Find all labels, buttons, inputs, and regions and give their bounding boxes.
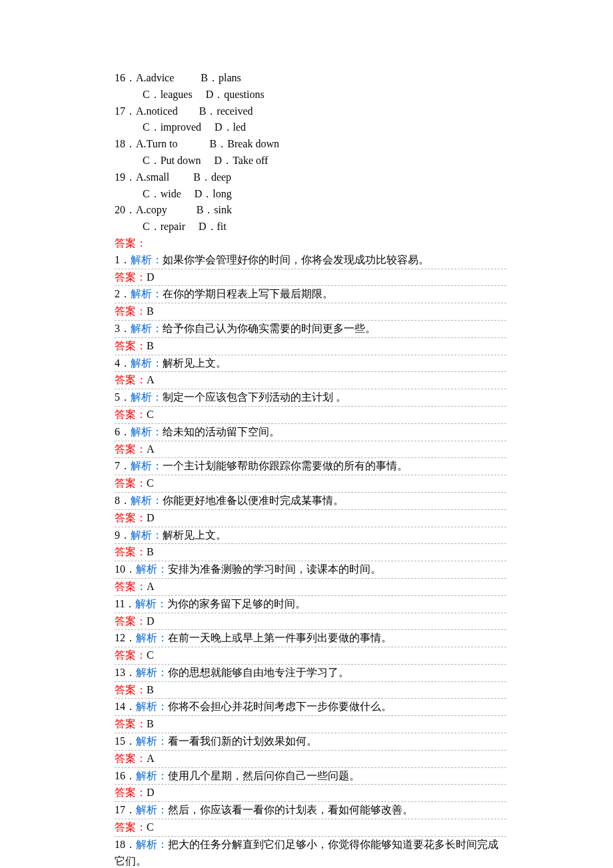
analysis-label: 解析： [131, 391, 163, 403]
question-row: 19．A.smallB．deep [115, 169, 506, 186]
question-row: 18．A.Turn toB．Break down [115, 136, 506, 153]
option-d: D．questions [206, 87, 265, 103]
answer-value: A [147, 753, 155, 764]
analysis-number: 13 [115, 667, 125, 678]
analysis-line: 12．解析：在前一天晚上或早上第一件事列出要做的事情。 [115, 630, 506, 647]
analysis-line: 11．解析：为你的家务留下足够的时间。 [115, 596, 506, 613]
page-container: 16．A.adviceB．plansC．leaguesD．questions17… [0, 0, 613, 868]
answer-line: 答案：A [115, 441, 506, 459]
analysis-label: 解析： [136, 667, 168, 678]
analysis-label: 解析： [136, 632, 168, 643]
answer-label: 答案： [115, 477, 147, 489]
analysis-text: 在前一天晚上或早上第一件事列出要做的事情。 [168, 632, 392, 643]
answer-value: A [147, 581, 155, 592]
analysis-number: 1 [115, 254, 120, 265]
answers-header: 答案： [115, 235, 506, 252]
answer-value: C [147, 649, 154, 661]
analysis-number: 16 [115, 770, 125, 781]
analysis-line: 13．解析：你的思想就能够自由地专注于学习了。 [115, 665, 506, 682]
answer-line: 答案：A [115, 579, 506, 596]
answer-value: C [147, 821, 154, 833]
analysis-number: 5 [115, 391, 120, 403]
option-c: C．improved [143, 119, 215, 136]
answer-line: 答案：B [115, 338, 506, 355]
analysis-line: 7．解析：一个主计划能够帮助你跟踪你需要做的所有的事情。 [115, 458, 506, 475]
analysis-label: 解析： [131, 495, 163, 506]
answer-line: 答案：B [115, 716, 506, 733]
question-number: 20 [115, 204, 125, 215]
analysis-label: 解析： [131, 426, 163, 437]
option-a: A.Turn to [136, 136, 210, 153]
question-number: 19 [115, 171, 125, 183]
question-subrow: C．improvedD．led [115, 119, 506, 136]
answer-label: 答案： [115, 787, 147, 798]
question-subrow: C．Put downD．Take off [115, 153, 506, 169]
option-d: D．Take off [215, 153, 269, 169]
answer-line: 答案：D [115, 785, 506, 802]
analysis-line: 4．解析：解析见上文。 [115, 355, 506, 373]
answer-value: A [147, 374, 155, 385]
analysis-text: 解析见上文。 [163, 357, 227, 369]
answer-label: 答案： [115, 649, 147, 661]
option-d: D．fit [199, 219, 227, 235]
answer-label: 答案： [115, 409, 147, 420]
answer-value: B [147, 718, 154, 729]
analysis-label: 解析： [131, 288, 163, 299]
analysis-number: 8 [115, 495, 120, 506]
answer-label: 答案： [115, 374, 147, 385]
answer-value: D [147, 787, 155, 798]
option-b: B．sink [197, 202, 232, 219]
analysis-label: 解析： [136, 735, 168, 747]
analysis-number: 11 [115, 598, 125, 609]
option-b: B．Break down [210, 136, 279, 153]
analysis-text: 给未知的活动留下空间。 [163, 426, 280, 437]
option-a: A.small [136, 169, 193, 186]
answer-label: 答案： [115, 581, 147, 592]
answers-block: 1．解析：如果你学会管理好你的时间，你将会发现成功比较容易。答案：D2．解析：在… [115, 252, 506, 868]
answer-value: D [147, 271, 155, 283]
question-row: 16．A.adviceB．plans [115, 70, 506, 87]
option-b: B．deep [193, 169, 231, 186]
answer-value: D [147, 512, 155, 523]
analysis-text: 你能更好地准备以便准时完成某事情。 [163, 495, 344, 506]
option-a: A.copy [136, 202, 197, 219]
option-c: C．leagues [143, 87, 206, 103]
analysis-number: 4 [115, 357, 120, 369]
analysis-label: 解析： [131, 357, 163, 369]
option-a: A.noticed [136, 103, 199, 120]
analysis-line: 14．解析：你将不会担心并花时间考虑下一步你要做什么。 [115, 699, 506, 716]
answer-label: 答案： [115, 684, 147, 695]
answer-label: 答案： [115, 512, 147, 523]
question-number: 17 [115, 105, 125, 117]
answer-label: 答案： [115, 615, 147, 627]
analysis-number: 3 [115, 323, 120, 334]
answer-label: 答案： [115, 340, 147, 351]
analysis-line: 18．解析：把大的任务分解直到它们足够小，你觉得你能够知道要花多长时间完成它们。 [115, 837, 506, 868]
answer-line: 答案：A [115, 372, 506, 389]
analysis-text: 使用几个星期，然后问你自己一些问题。 [168, 770, 360, 781]
analysis-number: 12 [115, 632, 125, 643]
answer-value: B [147, 305, 154, 317]
answer-line: 答案：D [115, 510, 506, 527]
answer-value: B [147, 546, 154, 557]
analysis-label: 解析： [136, 804, 168, 815]
analysis-line: 9．解析：解析见上文。 [115, 527, 506, 545]
analysis-label: 解析： [136, 839, 168, 850]
analysis-line: 17．解析：然后，你应该看一看你的计划表，看如何能够改善。 [115, 802, 506, 819]
answer-line: 答案：C [115, 407, 506, 424]
answer-label: 答案： [115, 443, 147, 455]
analysis-line: 1．解析：如果你学会管理好你的时间，你将会发现成功比较容易。 [115, 252, 506, 269]
analysis-number: 17 [115, 804, 125, 815]
answer-line: 答案：B [115, 303, 506, 321]
analysis-label: 解析： [131, 254, 163, 265]
analysis-line: 5．解析：制定一个应该包含下列活动的主计划 。 [115, 389, 506, 407]
analysis-text: 一个主计划能够帮助你跟踪你需要做的所有的事情。 [163, 460, 408, 471]
option-c: C．Put down [143, 153, 215, 169]
analysis-label: 解析： [136, 770, 168, 781]
analysis-line: 15．解析：看一看我们新的计划效果如何。 [115, 733, 506, 751]
analysis-label: 解析： [136, 563, 168, 575]
option-c: C．wide [143, 186, 195, 203]
option-d: D．led [215, 119, 246, 136]
answer-value: C [147, 477, 154, 489]
question-row: 20．A.copyB．sink [115, 202, 506, 219]
